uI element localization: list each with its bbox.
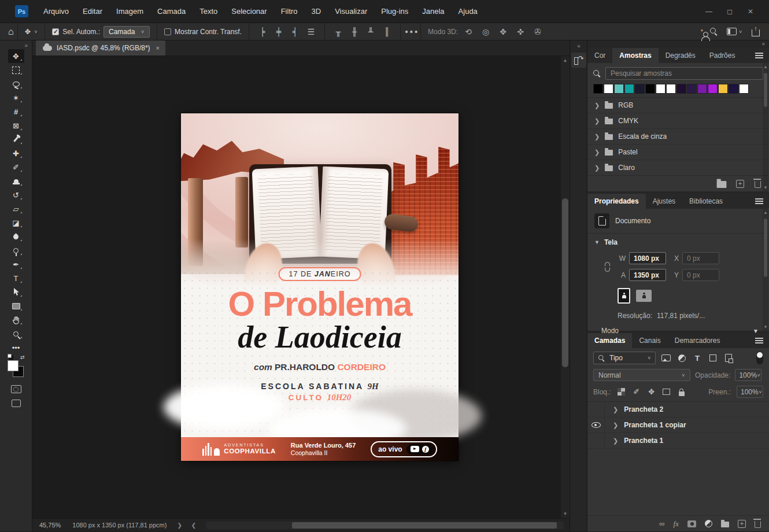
tab-camadas[interactable]: Camadas (587, 333, 632, 348)
status-prev-icon[interactable]: ❮ (187, 522, 201, 529)
blur-tool[interactable] (8, 230, 24, 243)
frame-tool[interactable]: ⊠ (8, 119, 24, 132)
delete-swatch-icon[interactable] (755, 181, 761, 188)
menu-plugins[interactable]: Plug-ins (374, 7, 415, 16)
auto-select-dropdown[interactable]: Camada∨ (103, 26, 150, 38)
search-swatches-input[interactable] (605, 67, 763, 80)
shape-tool[interactable] (8, 299, 24, 313)
swatch[interactable] (604, 84, 613, 94)
tab-canais[interactable]: Canais (632, 333, 667, 348)
swatch-group-pastel[interactable]: ❯Pastel (587, 145, 769, 160)
3d-roll-icon[interactable]: ◎ (479, 27, 493, 36)
distribute-v-icon[interactable]: ║ (380, 27, 393, 36)
link-dimensions-icon[interactable] (605, 262, 610, 272)
zoom-tool[interactable] (8, 327, 24, 341)
lock-transparency-icon[interactable] (617, 388, 626, 396)
opacity-field[interactable]: 100%∨ (735, 369, 761, 381)
poster-artboard[interactable]: 17 DE JANEIRO O Problema de Laodiceia co… (181, 113, 459, 461)
eraser-tool[interactable]: ▱ (8, 202, 24, 216)
screen-mode-button[interactable] (8, 396, 24, 410)
lasso-tool[interactable] (8, 77, 24, 91)
history-brush-tool[interactable]: ↺ (8, 188, 24, 202)
swap-colors-icon[interactable]: ⇄ (20, 354, 25, 360)
portrait-orientation-button[interactable] (618, 288, 630, 304)
brush-tool[interactable]: ✐ (8, 160, 24, 174)
tab-degrades[interactable]: Degradês (659, 48, 703, 63)
object-selection-tool[interactable]: ✶ (8, 91, 24, 105)
tela-section-header[interactable]: ▼Tela (587, 233, 769, 250)
swatch[interactable] (614, 84, 624, 94)
workspace-switcher[interactable]: ∨ (727, 28, 742, 35)
tab-close-icon[interactable]: × (156, 45, 160, 51)
hand-tool[interactable] (8, 313, 24, 327)
menu-filtro[interactable]: Filtro (274, 7, 305, 16)
add-mask-icon[interactable] (687, 520, 696, 527)
swatch[interactable] (718, 84, 728, 94)
align-top-icon[interactable]: ╥ (332, 27, 345, 36)
healing-brush-tool[interactable]: ✚ (8, 146, 24, 160)
align-bottom-icon[interactable]: ╨ (364, 27, 377, 36)
visibility-toggle[interactable] (587, 402, 605, 417)
swatch[interactable] (624, 84, 634, 94)
swatch[interactable] (666, 84, 676, 94)
home-icon[interactable]: ⌂ (8, 27, 14, 37)
swatch[interactable] (687, 84, 697, 94)
filter-type-layers-icon[interactable]: T (692, 354, 703, 363)
swatches-scrollbar[interactable]: ▲▼ (763, 63, 768, 191)
swatch[interactable] (645, 84, 655, 94)
visibility-toggle[interactable] (587, 418, 605, 433)
tab-ajustes[interactable]: Ajustes (646, 194, 682, 209)
type-tool[interactable]: T (8, 271, 24, 285)
swatch-group-rgb[interactable]: ❯RGB (587, 98, 769, 113)
vertical-scroll-thumb[interactable] (562, 198, 568, 367)
swatch[interactable] (697, 84, 707, 94)
share-icon[interactable] (752, 29, 760, 36)
delete-layer-icon[interactable] (755, 521, 761, 528)
move-tool-preset[interactable]: ✥∨ (21, 28, 42, 36)
y-field[interactable]: 0 px (682, 269, 719, 281)
swatch[interactable] (635, 84, 645, 94)
horizontal-scrollbar[interactable] (206, 522, 564, 529)
filter-pixel-layers-icon[interactable] (661, 354, 671, 361)
edit-toolbar-icon[interactable]: ••• (8, 341, 24, 354)
expand-panels-icon[interactable]: « (577, 40, 580, 53)
tab-cor[interactable]: Cor (587, 48, 612, 63)
panel-menu-icon[interactable] (755, 48, 769, 63)
swatch[interactable] (656, 84, 666, 94)
horizontal-scroll-thumb[interactable] (292, 522, 556, 529)
properties-scrollbar[interactable]: ▲▼ (763, 209, 768, 331)
3d-slide-icon[interactable]: ✜ (513, 27, 527, 36)
menu-imagem[interactable]: Imagem (109, 7, 150, 16)
swatch[interactable] (708, 84, 718, 94)
new-adjustment-layer-icon[interactable] (705, 520, 712, 527)
tab-demarcadores[interactable]: Demarcadores (668, 333, 727, 348)
x-field[interactable]: 0 px (682, 252, 719, 264)
document-tab[interactable]: IASD.psdc @ 45,8% (RGB/8*) × (36, 40, 165, 56)
eyedropper-tool[interactable] (8, 132, 24, 146)
scroll-up-icon[interactable]: ▲ (563, 56, 568, 65)
crop-tool[interactable]: # (8, 105, 24, 119)
filter-shape-layers-icon[interactable] (708, 354, 718, 361)
layer-filter-toggle[interactable] (756, 352, 763, 364)
new-layer-icon[interactable]: + (738, 520, 746, 528)
search-icon[interactable] (710, 28, 718, 35)
tab-amostras[interactable]: Amostras (612, 48, 658, 63)
swatch-group-grayscale[interactable]: ❯Escala de cinza (587, 129, 769, 145)
scroll-down-icon[interactable]: ▼ (563, 509, 568, 518)
lock-pixels-icon[interactable]: ✐ (632, 387, 641, 396)
new-group-icon[interactable] (721, 522, 729, 527)
swatch[interactable] (729, 84, 738, 94)
menu-camada[interactable]: Camada (150, 7, 193, 16)
landscape-orientation-button[interactable] (636, 290, 652, 302)
layer-style-icon[interactable]: fx (674, 519, 679, 529)
align-right-icon[interactable]: ╡ (289, 27, 301, 36)
width-field[interactable]: 1080 px (629, 252, 666, 264)
swatch[interactable] (739, 84, 749, 94)
menu-arquivo[interactable]: Arquivo (36, 7, 76, 16)
more-options-icon[interactable]: ••• (404, 27, 417, 36)
3d-pan-icon[interactable]: ✥ (496, 27, 510, 36)
fill-field[interactable]: 100%∨ (737, 386, 763, 398)
menu-texto[interactable]: Texto (193, 7, 224, 16)
tab-bibliotecas[interactable]: Bibliotecas (682, 194, 730, 209)
tab-padroes[interactable]: Padrões (703, 48, 742, 63)
